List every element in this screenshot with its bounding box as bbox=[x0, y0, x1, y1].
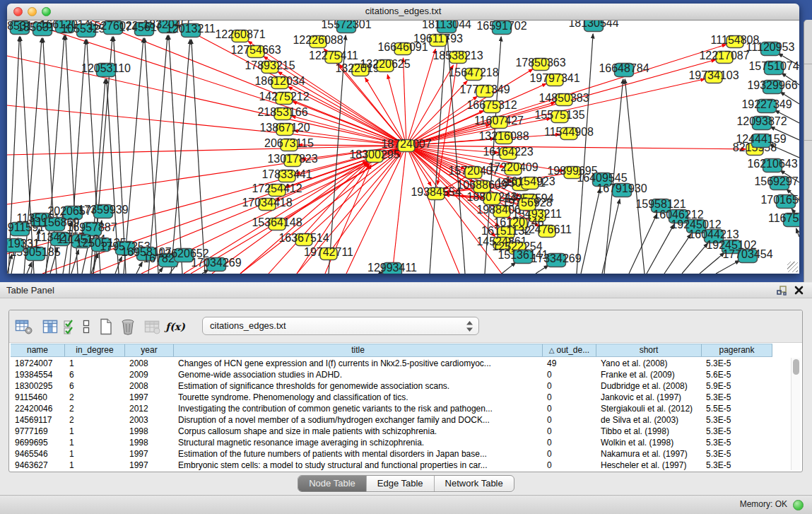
float-panel-icon[interactable] bbox=[776, 285, 788, 296]
rows-icon[interactable] bbox=[79, 316, 93, 337]
graph-node[interactable]: 19797341 bbox=[529, 72, 579, 86]
delete-table-icon[interactable] bbox=[117, 316, 139, 337]
svg-text:14850383: 14850383 bbox=[539, 92, 589, 104]
close-panel-icon[interactable] bbox=[794, 284, 804, 296]
graph-node[interactable]: 16591702 bbox=[476, 21, 526, 35]
graph-node[interactable]: 18612034 bbox=[254, 75, 305, 89]
graph-node[interactable]: 16648784 bbox=[599, 62, 649, 77]
graph-node[interactable]: 17703454 bbox=[722, 248, 772, 263]
graph-node[interactable]: 17034418 bbox=[242, 197, 292, 211]
table-row[interactable]: 1938455462009Genome-wide association stu… bbox=[11, 369, 774, 380]
svg-text:17016504: 17016504 bbox=[760, 194, 799, 206]
graph-node[interactable]: 18538213 bbox=[433, 49, 483, 64]
graph-node[interactable]: 19227349 bbox=[741, 98, 792, 113]
graph-node[interactable]: 19384554 bbox=[411, 186, 461, 200]
table-row[interactable]: 977716911998Corpus callosum shape and si… bbox=[11, 426, 774, 437]
graph-node[interactable]: 11120953 bbox=[746, 41, 795, 56]
side-panel-edge bbox=[804, 20, 812, 282]
function-builder-icon[interactable]: ƒ(x) bbox=[163, 316, 187, 337]
graph-node[interactable]: 16164223 bbox=[483, 146, 533, 160]
graph-node[interactable]: 12226088 bbox=[293, 34, 343, 48]
table-selector-dropdown[interactable]: citations_edges.txt bbox=[202, 317, 479, 335]
tab-edge-table[interactable]: Edge Table bbox=[367, 476, 435, 491]
table-row[interactable]: 1872400712008Changes of HCN gene express… bbox=[11, 358, 774, 369]
column-header-year[interactable]: year bbox=[125, 344, 174, 356]
graph-node[interactable]: 17016504 bbox=[760, 194, 799, 209]
graph-node[interactable]: 18130544 bbox=[568, 21, 618, 32]
tab-node-table[interactable]: Node Table bbox=[298, 476, 367, 491]
column-header-name[interactable]: name bbox=[11, 344, 65, 356]
table-settings-icon[interactable] bbox=[13, 316, 35, 337]
graph-node[interactable]: 13867120 bbox=[259, 122, 310, 136]
graph-node[interactable]: 15751074 bbox=[748, 60, 799, 75]
graph-node[interactable]: 16367514 bbox=[278, 232, 329, 246]
cell-title: Investigating the contribution of common… bbox=[174, 403, 543, 414]
svg-text:16367514: 16367514 bbox=[278, 232, 329, 244]
svg-text:12093872: 12093872 bbox=[736, 115, 787, 127]
graph-node[interactable]: 12093872 bbox=[736, 115, 787, 130]
new-table-icon[interactable] bbox=[95, 316, 117, 337]
table-tabs-bar: Node TableEdge TableNetwork Table bbox=[0, 475, 812, 492]
graph-node[interactable]: 15575135 bbox=[534, 109, 584, 123]
tab-network-table[interactable]: Network Table bbox=[435, 476, 514, 491]
table-scrollbar-thumb[interactable] bbox=[793, 359, 799, 375]
graph-node[interactable]: 11607427 bbox=[474, 115, 524, 129]
graph-node[interactable]: 15364148 bbox=[252, 216, 302, 230]
select-attributes-icon[interactable] bbox=[61, 316, 79, 337]
graph-node[interactable]: 13216088 bbox=[478, 130, 529, 144]
table-row[interactable]: 1456911722003Disruption of a novel membe… bbox=[11, 414, 774, 426]
graph-node[interactable]: 12275411 bbox=[309, 49, 358, 64]
network-window-titlebar[interactable]: citations_edges.txt bbox=[7, 4, 799, 21]
minimize-window-button[interactable] bbox=[28, 7, 37, 16]
graph-node[interactable]: 19329966 bbox=[747, 79, 797, 94]
graph-node[interactable]: 17771349 bbox=[459, 83, 510, 98]
network-window[interactable]: citations_edges.txt 18724007122608711275… bbox=[7, 4, 799, 274]
graph-node[interactable]: 12754663 bbox=[230, 44, 281, 58]
network-canvas[interactable]: 1872400712260871127546631789321518612034… bbox=[7, 21, 799, 274]
graph-node[interactable]: 18300295 bbox=[349, 148, 399, 163]
zoom-window-button[interactable] bbox=[42, 7, 51, 16]
table-row[interactable]: 946362711997Embryonic stem cells: a mode… bbox=[11, 460, 774, 471]
graph-node[interactable]: 18113044 bbox=[422, 21, 471, 33]
graph-node[interactable]: 16210643 bbox=[747, 158, 797, 173]
graph-edge bbox=[682, 243, 708, 274]
show-column-icon[interactable] bbox=[40, 316, 61, 337]
graph-node[interactable]: 12013211 bbox=[166, 23, 216, 37]
graph-node[interactable]: 12260871 bbox=[215, 28, 265, 42]
close-window-button[interactable] bbox=[13, 7, 23, 16]
graph-node[interactable]: 14850383 bbox=[539, 92, 589, 106]
graph-node[interactable]: 16791930 bbox=[596, 182, 647, 197]
graph-node[interactable]: 17833441 bbox=[261, 168, 312, 182]
graph-node[interactable]: 19742711 bbox=[304, 246, 353, 260]
graph-node[interactable]: 16675312 bbox=[466, 99, 517, 113]
graph-node[interactable]: 15692971 bbox=[754, 175, 799, 190]
table-row[interactable]: 969969511998Structural magnetic resonanc… bbox=[11, 437, 774, 448]
graph-edge bbox=[796, 228, 799, 237]
svg-text:17893215: 17893215 bbox=[245, 59, 295, 71]
graph-node[interactable]: 21853166 bbox=[257, 106, 307, 120]
graph-node[interactable]: 15647218 bbox=[448, 66, 498, 81]
graph-node[interactable]: 12993411 bbox=[367, 262, 417, 274]
column-header-in_degree[interactable]: in_degree bbox=[65, 344, 125, 356]
column-header-short[interactable]: short bbox=[596, 344, 702, 356]
table-row[interactable]: 946554611997Estimation of the future num… bbox=[11, 448, 774, 460]
graph-node[interactable]: 17850363 bbox=[515, 57, 565, 71]
memory-status-indicator[interactable] bbox=[793, 500, 804, 510]
cell-short: Nakamura et al. (1997) bbox=[596, 448, 702, 460]
column-header-title[interactable]: title bbox=[174, 344, 543, 356]
graph-node[interactable]: 15572301 bbox=[321, 21, 371, 33]
table-row[interactable]: 1830029562008Estimation of significance … bbox=[11, 380, 774, 392]
column-header-pagerank[interactable]: pagerank bbox=[702, 344, 772, 356]
table-row[interactable]: 2242004622012Investigating the contribut… bbox=[11, 403, 774, 414]
graph-node[interactable]: 17254412 bbox=[252, 182, 302, 197]
cell-year: 1997 bbox=[125, 392, 174, 403]
graph-node[interactable]: 13017823 bbox=[267, 153, 317, 167]
table-row[interactable]: 911546021997Tourette syndrome. Phenomeno… bbox=[11, 392, 774, 403]
graph-node[interactable]: 14275212 bbox=[259, 90, 309, 105]
table-scrollbar[interactable] bbox=[791, 358, 801, 470]
graph-node[interactable]: 11675310 bbox=[768, 212, 799, 227]
graph-node[interactable]: 12217087 bbox=[699, 49, 749, 64]
column-header-out_de[interactable]: △out_de... bbox=[543, 344, 596, 356]
window-resize-grip[interactable] bbox=[787, 262, 798, 272]
graph-node[interactable]: 17334269 bbox=[531, 252, 581, 267]
